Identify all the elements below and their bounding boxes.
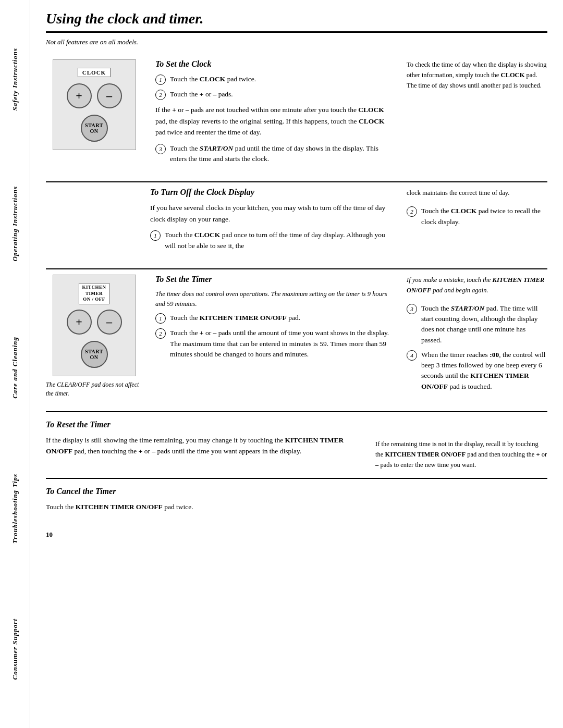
turn-off-step2-list: 2 Touch the CLOCK pad twice to recall th…: [407, 206, 547, 227]
timer-control-diagram: KITCHENTIMERON / OFF + – START ON The CL…: [46, 269, 150, 403]
step-1: 1 Touch the CLOCK pad twice.: [155, 74, 391, 85]
reset-timer-right: If the remaining time is not in the disp…: [375, 420, 547, 470]
timer-step-num-1: 1: [155, 313, 166, 324]
timer-start-label-line2: ON: [90, 354, 99, 360]
set-timer-steps-right: 3 Touch the START/ON pad. The time will …: [407, 303, 547, 392]
step-text-3: Touch the START/ON pad until the time of…: [170, 143, 391, 165]
timer-step-num-2: 2: [155, 328, 166, 339]
timer-start-on-button[interactable]: START ON: [81, 341, 108, 368]
start-on-button[interactable]: START ON: [81, 115, 108, 142]
clear-off-note: The CLEAR/OFF pad does not affect the ti…: [46, 380, 142, 398]
side-label-safety: Safety Instructions: [11, 48, 19, 111]
set-timer-header: To Set the Timer: [155, 275, 391, 284]
turn-off-right: clock maintains the correct time of day.…: [401, 182, 547, 261]
set-clock-right: To check the time of day when the displa…: [401, 54, 547, 174]
side-label-operating: Operating Instructions: [11, 186, 19, 261]
timer-step-text-2: Touch the + or – pads until the amount o…: [170, 328, 391, 360]
step-num-1: 1: [155, 75, 166, 85]
set-timer-italic-note: The timer does not control oven operatio…: [155, 289, 391, 309]
start-label-line1: START: [85, 122, 103, 128]
turn-off-step-text-1: Touch the CLOCK pad once to turn off the…: [165, 230, 391, 251]
timer-minus-button[interactable]: –: [97, 310, 122, 335]
step-3: 3 Touch the START/ON pad until the time …: [155, 143, 391, 165]
timer-step-text-1: Touch the KITCHEN TIMER ON/OFF pad.: [170, 313, 300, 323]
set-timer-section: KITCHENTIMERON / OFF + – START ON The CL…: [46, 269, 547, 412]
set-clock-middle: To Set the Clock 1 Touch the CLOCK pad t…: [150, 54, 401, 174]
reset-timer-header: To Reset the Timer: [46, 420, 365, 429]
turn-off-step-num-1: 1: [150, 230, 161, 241]
side-label-care: Care and Cleaning: [11, 337, 19, 399]
step-2: 2 Touch the + or – pads.: [155, 89, 391, 100]
minus-button[interactable]: –: [97, 83, 122, 108]
set-clock-header: To Set the Clock: [155, 59, 391, 69]
turn-off-step-text-2: Touch the CLOCK pad twice to recall the …: [421, 206, 547, 227]
side-tab: Safety Instructions Operating Instructio…: [0, 0, 30, 728]
timer-control-box: KITCHENTIMERON / OFF + – START ON: [53, 275, 136, 376]
step-text-1: Touch the CLOCK pad twice.: [170, 74, 256, 84]
timer-step-1: 1 Touch the KITCHEN TIMER ON/OFF pad.: [155, 313, 391, 324]
turn-off-header: To Turn Off the Clock Display: [150, 188, 391, 197]
turn-off-display-section: To Turn Off the Clock Display If you hav…: [46, 182, 547, 269]
turn-off-middle: To Turn Off the Clock Display If you hav…: [150, 182, 401, 261]
timer-step-num-3: 3: [407, 304, 417, 314]
cancel-timer-header: To Cancel the Timer: [46, 487, 365, 496]
page-subtitle: Not all features are on all models.: [46, 38, 547, 46]
timer-right-mistake: If you make a mistake, touch the KITCHEN…: [407, 275, 547, 295]
timer-step-num-4: 4: [407, 350, 417, 361]
turn-off-right-top: clock maintains the correct time of day.: [407, 188, 547, 198]
step-num-2: 2: [155, 90, 166, 100]
cancel-timer-left: To Cancel the Timer Touch the KITCHEN TI…: [46, 487, 375, 518]
turn-off-left-empty: [46, 182, 150, 261]
main-content: Using the clock and timer. Not all featu…: [30, 0, 563, 549]
turn-off-steps: 1 Touch the CLOCK pad once to turn off t…: [150, 230, 391, 251]
cancel-timer-section: To Cancel the Timer Touch the KITCHEN TI…: [46, 479, 547, 526]
set-timer-middle: To Set the Timer The timer does not cont…: [150, 269, 401, 403]
side-label-consumer: Consumer Support: [11, 619, 19, 680]
clock-plus-minus: + –: [67, 83, 122, 108]
reset-timer-section: To Reset the Timer If the display is sti…: [46, 412, 547, 479]
timer-step-text-4: When the timer reaches :00, the control …: [421, 350, 547, 392]
clock-label: CLOCK: [78, 68, 111, 77]
step-num-3: 3: [155, 144, 166, 154]
timer-step-3: 3 Touch the START/ON pad. The time will …: [407, 303, 547, 346]
page-title: Using the clock and timer.: [46, 10, 547, 33]
side-label-troubleshooting: Troubleshooting Tips: [11, 474, 19, 544]
cancel-timer-text: Touch the KITCHEN TIMER ON/OFF pad twice…: [46, 501, 365, 513]
timer-step-2: 2 Touch the + or – pads until the amount…: [155, 328, 391, 360]
set-clock-step3: 3 Touch the START/ON pad until the time …: [155, 143, 391, 165]
timer-plus-button[interactable]: +: [67, 310, 92, 335]
kitchen-timer-label: KITCHENTIMERON / OFF: [79, 283, 109, 304]
turn-off-intro: If you have several clocks in your kitch…: [150, 202, 391, 225]
clock-control-box: CLOCK + – START ON: [53, 59, 136, 150]
timer-plus-minus: + –: [67, 310, 122, 335]
step-text-2: Touch the + or – pads.: [170, 89, 233, 100]
timer-step-text-3: Touch the START/ON pad. The time will st…: [421, 303, 547, 346]
set-clock-section: CLOCK + – START ON To Set the Clock 1 To…: [46, 54, 547, 182]
timer-start-label-line1: START: [85, 349, 103, 354]
set-clock-para: If the + or – pads are not touched withi…: [155, 104, 391, 138]
set-clock-right-note: To check the time of day when the displa…: [407, 59, 547, 91]
reset-timer-left-text: If the display is still showing the time…: [46, 435, 365, 457]
set-clock-steps: 1 Touch the CLOCK pad twice. 2 Touch the…: [155, 74, 391, 100]
reset-timer-right-text: If the remaining time is not in the disp…: [375, 420, 547, 470]
turn-off-step-2: 2 Touch the CLOCK pad twice to recall th…: [407, 206, 547, 227]
turn-off-step-1: 1 Touch the CLOCK pad once to turn off t…: [150, 230, 391, 251]
reset-timer-left: To Reset the Timer If the display is sti…: [46, 420, 375, 470]
turn-off-step-num-2: 2: [407, 206, 417, 217]
page-number: 10: [46, 530, 547, 539]
start-label-line2: ON: [90, 128, 99, 134]
set-timer-right: If you make a mistake, touch the KITCHEN…: [401, 269, 547, 403]
timer-step-4: 4 When the timer reaches :00, the contro…: [407, 350, 547, 392]
set-timer-steps: 1 Touch the KITCHEN TIMER ON/OFF pad. 2 …: [155, 313, 391, 360]
cancel-timer-right: [375, 487, 547, 518]
plus-button[interactable]: +: [67, 83, 92, 108]
clock-control-diagram: CLOCK + – START ON: [46, 54, 150, 174]
